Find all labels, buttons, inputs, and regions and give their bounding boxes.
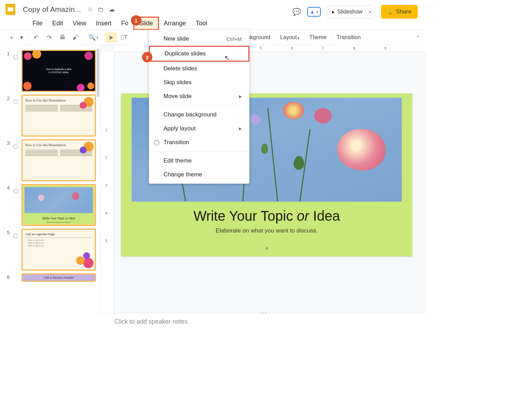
theme-button[interactable]: Theme: [304, 32, 332, 43]
slides-logo[interactable]: [3, 2, 17, 16]
svg-rect-1: [8, 7, 13, 11]
transition-indicator-icon: ◯: [13, 233, 18, 271]
thumb-text: in GOOGLE slides: [49, 71, 69, 73]
transition-indicator-icon: ◯: [13, 99, 18, 137]
slide-thumbnail-2[interactable]: How to Use this Presentation: [21, 95, 96, 137]
submenu-arrow-icon: ▶: [239, 94, 242, 99]
menu-file[interactable]: File: [28, 18, 47, 29]
thumb-title: Add a Section Header: [43, 276, 74, 279]
thumb-text: How to duplicate a slide: [46, 68, 72, 70]
slide-number: 3: [3, 139, 10, 181]
menu-view[interactable]: View: [68, 18, 91, 29]
cloud-status-icon: ☁: [109, 6, 115, 13]
print-button[interactable]: 🖶: [56, 32, 68, 43]
slide-number: 5: [3, 229, 10, 271]
thumb-sub: Elaborate on what you want to discuss.: [47, 221, 71, 223]
slide-thumbnail-5[interactable]: Add an Agenda Page Write an agenda line …: [21, 229, 96, 271]
comments-icon[interactable]: 💬: [292, 8, 301, 16]
undo-button[interactable]: ↶: [30, 32, 42, 43]
slide-thumbnail-6[interactable]: Add a Section Header: [21, 273, 96, 282]
menu-change-background[interactable]: Change background: [149, 108, 249, 122]
menu-change-theme[interactable]: Change theme: [149, 168, 249, 182]
ruler-vertical: 1 2 3 4 5: [100, 52, 114, 313]
annotation-badge-2: 2: [142, 52, 152, 62]
menu-transition[interactable]: ◯Transition: [149, 135, 249, 149]
new-slide-dropdown[interactable]: ▾: [19, 32, 24, 43]
layout-button[interactable]: Layout▾: [275, 32, 304, 43]
document-title[interactable]: Copy of Amazin...: [23, 5, 81, 14]
select-tool[interactable]: ➤: [105, 32, 117, 43]
menu-arrange[interactable]: Arrange: [159, 18, 191, 29]
slide-title[interactable]: Write Your Topic or Idea: [121, 208, 412, 224]
share-label: Share: [396, 8, 411, 15]
zoom-button[interactable]: 🔍: [87, 32, 99, 43]
speaker-notes[interactable]: Click to add speaker notes: [100, 313, 426, 330]
thumb-line: Write an agenda line: [28, 245, 92, 247]
redo-button[interactable]: ↷: [43, 32, 55, 43]
menu-edit-theme[interactable]: Edit theme: [149, 154, 249, 168]
slideshow-label: Slideshow: [337, 9, 363, 15]
slide-menu-dropdown: New slide Ctrl+M Duplicate slides Delete…: [149, 30, 249, 184]
present-dropdown-icon: ▾: [316, 10, 318, 14]
lock-icon: 🔒: [387, 9, 393, 15]
submenu-arrow-icon: ▶: [239, 126, 242, 131]
menu-duplicate-slides[interactable]: Duplicate slides: [149, 46, 249, 62]
slide-thumbnail-3[interactable]: How to Use this Presentation: [21, 139, 96, 181]
menu-new-slide[interactable]: New slide Ctrl+M: [149, 32, 249, 46]
menu-separator: [149, 151, 249, 152]
resize-handle-icon[interactable]: [260, 313, 266, 314]
menu-separator: [149, 105, 249, 106]
thumb-title: Write Your Topic or Idea: [42, 217, 75, 220]
slide-panel: 1 ◯ How to duplicate a slidein GOOGLE sl…: [0, 45, 100, 313]
slideshow-dropdown-icon[interactable]: ▾: [365, 10, 371, 14]
slide-subtitle[interactable]: Elaborate on what you want to discuss.: [121, 227, 412, 234]
present-up-icon: ▲: [310, 9, 315, 15]
menu-delete-slides[interactable]: Delete slides: [149, 62, 249, 76]
paint-format-button[interactable]: 🖌: [70, 32, 81, 43]
slide-number: 4: [3, 184, 10, 226]
menu-apply-layout[interactable]: Apply layout▶: [149, 122, 249, 135]
star-icon[interactable]: ☆: [87, 6, 93, 13]
slide-thumbnail-1[interactable]: How to duplicate a slidein GOOGLE slides: [21, 50, 96, 92]
transition-icon: ◯: [154, 139, 160, 146]
menu-skip-slides[interactable]: Skip slides: [149, 76, 249, 89]
scrollbar-thumb[interactable]: [97, 49, 99, 97]
menu-move-slide[interactable]: Move slide▶: [149, 89, 249, 103]
transition-button[interactable]: Transition: [332, 32, 366, 43]
slide-number: 2: [3, 95, 10, 137]
menu-edit[interactable]: Edit: [47, 18, 68, 29]
thumb-title: Add an Agenda Page: [25, 233, 55, 236]
textbox-tool[interactable]: ⌷T: [118, 32, 130, 43]
slideshow-button[interactable]: ▸ Slideshow ▾: [327, 5, 375, 18]
slide-number: 1: [3, 50, 10, 92]
transition-indicator-icon: ◯: [13, 54, 18, 92]
thumb-line: Write an agenda line: [28, 239, 92, 241]
share-button[interactable]: 🔒 Share: [381, 5, 418, 19]
new-slide-button[interactable]: ＋: [6, 32, 17, 43]
play-icon: ▸: [332, 9, 335, 15]
move-folder-icon[interactable]: 🗀: [98, 6, 104, 13]
menu-tools[interactable]: Tool: [191, 18, 212, 29]
slide-number: 6: [3, 273, 10, 282]
menu-insert[interactable]: Insert: [91, 18, 116, 29]
thumb-line: Write an agenda line: [28, 242, 92, 244]
mouse-cursor-icon: ↖: [224, 54, 230, 62]
notes-placeholder: Click to add speaker notes: [114, 318, 188, 325]
slide-thumbnail-4[interactable]: Write Your Topic or IdeaElaborate on wha…: [21, 184, 96, 226]
collapse-toolbar-icon[interactable]: ⌃: [416, 35, 420, 40]
present-button[interactable]: ▲ ▾: [307, 7, 321, 17]
transition-indicator-icon: [13, 278, 18, 282]
transition-indicator-icon: ◯: [13, 188, 18, 226]
shortcut-label: Ctrl+M: [226, 36, 242, 42]
slide-page-number: 4: [121, 246, 412, 251]
annotation-badge-1: 1: [131, 15, 141, 26]
transition-indicator-icon: ◯: [13, 143, 18, 181]
